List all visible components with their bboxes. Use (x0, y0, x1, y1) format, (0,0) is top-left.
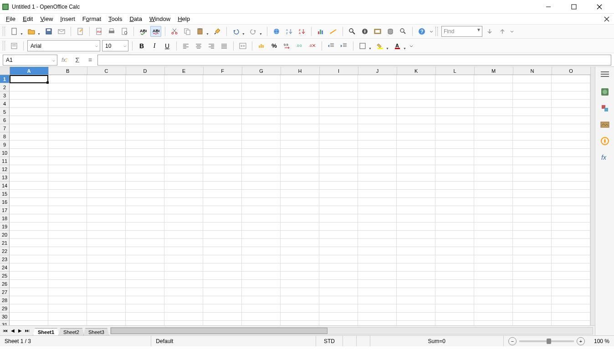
row-header[interactable]: 2 (0, 83, 10, 91)
cell[interactable] (397, 263, 435, 272)
cell[interactable] (281, 222, 319, 231)
close-document-button[interactable] (602, 15, 611, 24)
cell[interactable] (358, 149, 397, 157)
cell[interactable] (164, 247, 203, 255)
cell[interactable] (10, 124, 48, 132)
cell[interactable] (513, 247, 552, 255)
cell[interactable] (552, 239, 590, 247)
cell[interactable] (397, 83, 435, 91)
row-header[interactable]: 18 (0, 214, 10, 222)
cell[interactable] (203, 173, 242, 182)
cell[interactable] (319, 157, 358, 165)
cell[interactable] (242, 91, 281, 100)
cell[interactable] (435, 75, 474, 83)
maximize-button[interactable] (565, 0, 583, 13)
currency-button[interactable] (256, 40, 267, 51)
cell[interactable] (319, 304, 358, 313)
cell[interactable] (164, 313, 203, 321)
cell[interactable] (435, 108, 474, 116)
cell[interactable] (164, 214, 203, 222)
sort-desc-button[interactable]: ZA (297, 26, 307, 37)
row-header[interactable]: 8 (0, 132, 10, 141)
cell[interactable] (397, 132, 435, 141)
cell[interactable] (397, 288, 435, 296)
toolbar-handle[interactable] (3, 27, 5, 36)
cell[interactable] (281, 313, 319, 321)
cell[interactable] (10, 182, 48, 190)
cell[interactable] (87, 288, 126, 296)
status-selection-mode[interactable] (343, 336, 357, 346)
cell[interactable] (397, 272, 435, 280)
cell[interactable] (474, 157, 513, 165)
cell[interactable] (281, 231, 319, 239)
cell[interactable] (513, 255, 552, 263)
cell[interactable] (87, 182, 126, 190)
cell[interactable] (474, 100, 513, 108)
cell[interactable] (397, 173, 435, 182)
percent-button[interactable]: % (269, 40, 280, 51)
cell[interactable] (87, 206, 126, 214)
cell[interactable] (281, 239, 319, 247)
bold-button[interactable]: B (136, 40, 147, 51)
cell[interactable] (164, 116, 203, 124)
cell[interactable] (242, 149, 281, 157)
cell[interactable] (87, 222, 126, 231)
cell[interactable] (358, 124, 397, 132)
cell[interactable] (203, 280, 242, 288)
cell[interactable] (281, 124, 319, 132)
cell[interactable] (126, 198, 164, 206)
find-prev-button[interactable] (497, 26, 508, 37)
cell[interactable] (474, 321, 513, 325)
cell[interactable] (397, 182, 435, 190)
export-pdf-button[interactable]: PDF (93, 26, 104, 37)
cell[interactable] (435, 149, 474, 157)
cell[interactable] (203, 83, 242, 91)
cell[interactable] (87, 157, 126, 165)
select-all-corner[interactable] (0, 67, 10, 75)
cell[interactable] (474, 288, 513, 296)
cell[interactable] (10, 304, 48, 313)
cell[interactable] (203, 190, 242, 198)
cut-button[interactable] (169, 26, 180, 37)
find-combo[interactable]: Find ▼ (441, 26, 482, 37)
cell[interactable] (87, 263, 126, 272)
cell[interactable] (87, 272, 126, 280)
cell[interactable] (358, 165, 397, 173)
cell[interactable] (48, 304, 87, 313)
cell[interactable] (203, 149, 242, 157)
open-button[interactable]: ▼ (26, 26, 41, 37)
cell[interactable] (397, 116, 435, 124)
cell[interactable] (164, 100, 203, 108)
menu-format[interactable]: Format (79, 15, 104, 23)
properties-panel-button[interactable] (598, 85, 612, 99)
row-header[interactable]: 26 (0, 280, 10, 288)
cell[interactable] (87, 108, 126, 116)
cell[interactable] (48, 296, 87, 304)
cell[interactable] (397, 141, 435, 149)
cell[interactable] (164, 91, 203, 100)
dropdown-icon[interactable]: ⌵ (123, 43, 126, 48)
cell[interactable] (48, 313, 87, 321)
cell[interactable] (126, 132, 164, 141)
cell[interactable] (513, 263, 552, 272)
cell[interactable] (242, 304, 281, 313)
cell[interactable] (10, 255, 48, 263)
cell[interactable] (164, 173, 203, 182)
cell[interactable] (242, 157, 281, 165)
cell[interactable] (397, 91, 435, 100)
cell[interactable] (435, 124, 474, 132)
cell[interactable] (358, 255, 397, 263)
cell[interactable] (48, 116, 87, 124)
cell[interactable] (358, 296, 397, 304)
cell[interactable] (87, 165, 126, 173)
row-header[interactable]: 21 (0, 239, 10, 247)
cell[interactable] (10, 263, 48, 272)
cell[interactable] (87, 231, 126, 239)
cell[interactable] (358, 239, 397, 247)
cell[interactable] (48, 182, 87, 190)
cell[interactable] (281, 108, 319, 116)
cell[interactable] (242, 321, 281, 325)
cell[interactable] (474, 116, 513, 124)
cell[interactable] (319, 100, 358, 108)
cell[interactable] (358, 198, 397, 206)
